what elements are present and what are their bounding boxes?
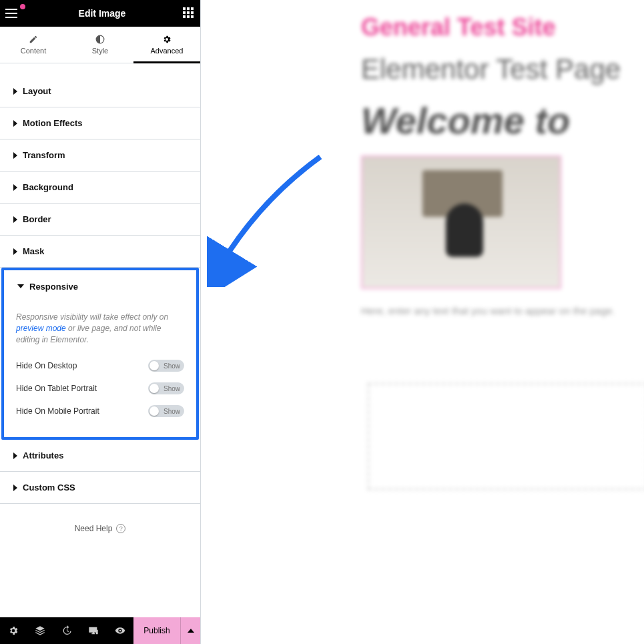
tab-label: Content xyxy=(21,47,47,55)
publish-button[interactable]: Publish xyxy=(133,617,180,644)
eye-icon xyxy=(115,625,125,636)
section-label: Attributes xyxy=(23,450,63,460)
hide-on-desktop-toggle[interactable]: Show xyxy=(148,360,184,372)
caret-right-icon xyxy=(13,88,17,95)
section-border[interactable]: Border xyxy=(0,204,200,236)
publish-options-button[interactable] xyxy=(180,617,200,644)
help-icon: ? xyxy=(116,524,125,533)
responsive-mode-button[interactable] xyxy=(80,617,107,644)
preview-empty-widget xyxy=(368,383,644,490)
caret-right-icon xyxy=(13,485,17,491)
chevron-up-icon xyxy=(188,629,194,633)
section-responsive[interactable]: Responsive xyxy=(4,270,196,302)
preview-placeholder-text: Here, enter any text that you want to ap… xyxy=(361,305,644,316)
devices-icon xyxy=(88,625,99,636)
navigator-button[interactable] xyxy=(27,617,53,644)
settings-button[interactable] xyxy=(0,617,27,644)
section-label: Responsive xyxy=(29,282,78,292)
tab-content[interactable]: Content xyxy=(0,27,67,63)
section-layout[interactable]: Layout xyxy=(0,75,200,107)
section-label: Layout xyxy=(23,86,51,96)
notification-dot-icon xyxy=(20,4,25,9)
section-mask[interactable]: Mask xyxy=(0,236,200,268)
hide-on-tablet-toggle[interactable]: Show xyxy=(148,382,184,394)
caret-down-icon xyxy=(17,284,24,288)
sections-list: Layout Motion Effects Transform Backgrou… xyxy=(0,63,200,617)
toggle-label: Hide On Desktop xyxy=(16,361,77,370)
responsive-body: Responsive visibility will take effect o… xyxy=(4,302,196,437)
section-custom-css[interactable]: Custom CSS xyxy=(0,472,200,504)
hide-on-tablet-row: Hide On Tablet Portrait Show xyxy=(16,377,184,400)
gear-icon xyxy=(162,35,172,44)
toggle-label: Hide On Tablet Portrait xyxy=(16,384,97,393)
tab-advanced[interactable]: Advanced xyxy=(133,27,200,63)
preview-image xyxy=(361,155,561,289)
preview-button[interactable] xyxy=(107,617,133,644)
publish-area: Publish xyxy=(133,617,200,644)
responsive-note: Responsive visibility will take effect o… xyxy=(16,312,184,345)
pencil-icon xyxy=(29,35,38,44)
caret-right-icon xyxy=(13,120,17,127)
caret-right-icon xyxy=(13,152,17,159)
menu-icon[interactable] xyxy=(5,5,21,21)
section-transform[interactable]: Transform xyxy=(0,139,200,172)
note-text: Responsive visibility will take effect o… xyxy=(16,312,168,322)
panel-header: Edit Image xyxy=(0,0,200,27)
tab-style[interactable]: Style xyxy=(67,27,133,63)
responsive-highlight: Responsive Responsive visibility will ta… xyxy=(1,268,199,440)
editor-panel: Edit Image Content Style Advanced Layout… xyxy=(0,0,201,644)
preview-mode-link[interactable]: preview mode xyxy=(16,324,66,333)
hide-on-mobile-toggle[interactable]: Show xyxy=(148,405,184,417)
welcome-heading: Welcome to xyxy=(361,99,644,142)
tab-label: Advanced xyxy=(151,47,184,55)
caret-right-icon xyxy=(13,216,17,223)
history-icon xyxy=(61,625,72,636)
caret-right-icon xyxy=(13,184,17,191)
need-help-label: Need Help xyxy=(75,524,113,533)
section-label: Mask xyxy=(23,246,45,256)
section-motion-effects[interactable]: Motion Effects xyxy=(0,107,200,139)
hide-on-desktop-row: Hide On Desktop Show xyxy=(16,354,184,377)
section-background[interactable]: Background xyxy=(0,172,200,204)
section-label: Background xyxy=(23,182,73,192)
page-title: Elementor Test Page xyxy=(361,53,644,85)
panel-title: Edit Image xyxy=(79,8,126,19)
section-label: Custom CSS xyxy=(23,482,75,493)
gear-icon xyxy=(8,625,19,636)
caret-right-icon xyxy=(13,452,17,459)
contrast-icon xyxy=(95,35,105,44)
hide-on-mobile-row: Hide On Mobile Portrait Show xyxy=(16,400,184,422)
history-button[interactable] xyxy=(53,617,80,644)
section-label: Border xyxy=(23,214,51,224)
caret-right-icon xyxy=(13,248,17,255)
widgets-grid-icon[interactable] xyxy=(183,7,195,19)
page-preview: General Test Site Elementor Test Page We… xyxy=(201,0,644,644)
tab-label: Style xyxy=(92,47,108,55)
toggle-label: Hide On Mobile Portrait xyxy=(16,406,99,416)
panel-footer: Publish xyxy=(0,617,200,644)
section-label: Transform xyxy=(23,150,65,160)
layers-icon xyxy=(35,625,45,636)
panel-tabs: Content Style Advanced xyxy=(0,27,200,63)
site-title: General Test Site xyxy=(361,13,644,41)
need-help-link[interactable]: Need Help ? xyxy=(0,504,200,553)
section-label: Motion Effects xyxy=(23,118,83,128)
section-attributes[interactable]: Attributes xyxy=(0,440,200,472)
